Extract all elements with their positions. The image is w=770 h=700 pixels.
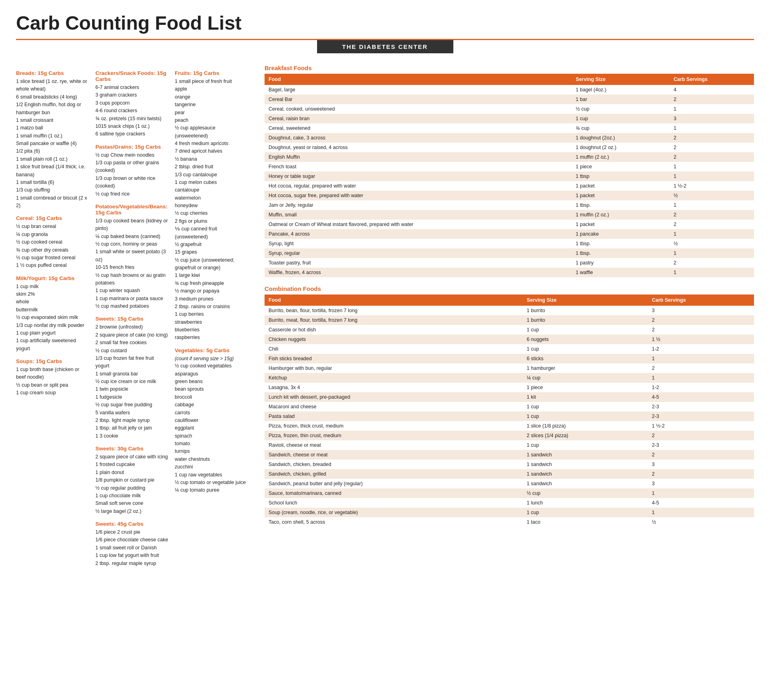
table-cell: 1-2 [648,344,754,354]
table-cell: ½ cup [523,488,648,498]
list-item: ½ cup sugar free pudding [95,401,169,409]
list-item: ½ cup bran cereal [16,223,90,230]
list-item: raspberries [175,334,249,341]
table-cell: 1 packet [572,181,669,191]
list-item: ½ cup Chow mein noodles [95,151,169,159]
list-item: 2 square piece of cake (no icing) [95,331,169,339]
list-item: 1 tbsp. all fruit jelly or jam [95,424,169,432]
col-food: Food [265,295,523,306]
table-cell: Syrup, regular [265,248,572,258]
subtitle-text: THE DIABETES CENTER [342,43,428,50]
table-cell: 2 [648,431,754,440]
table-cell: 1 packet [572,220,669,229]
list-item: peach [175,117,249,124]
table-cell: 1 ½-2 [648,421,754,431]
list-item: 1 frosted cupcake [95,461,169,468]
table-cell: 3 [669,114,754,123]
list-item: blueberries [175,326,249,334]
list-item: 1/3 cup frozen fat free fruit yogurt [95,355,169,370]
list-item: 1/6 piece chocolate cheese cake [95,536,169,544]
list-item: 3 medium prunes [175,295,249,303]
table-row: Soup (cream, noodle, rice, or vegetable)… [265,508,754,517]
table-cell: Toaster pastry, fruit [265,258,572,268]
table-row: Waffle, frozen, 4 across1 waffle1 [265,268,754,277]
table-cell: 1 tbsp. [572,200,669,210]
table-cell: 1 cup [523,440,648,450]
table-cell: 1 pancake [572,229,669,239]
table-cell: 1 burrito [523,315,648,325]
table-cell: Oatmeal or Cream of Wheat instant flavor… [265,220,572,229]
list-item: 1 plain donut [95,469,169,476]
list-item: 1 small croissant [16,117,90,124]
list-item: ½ mango or papaya [175,287,249,295]
table-row: Chicken nuggets6 nuggets1 ½ [265,335,754,344]
table-cell: Chili [265,344,523,354]
list-item: ¼ cup tomato puree [175,486,249,494]
list-item: carrots [175,409,249,417]
table-header-row: Food Serving Size Carb Servings [265,74,754,85]
list-item: 1 cup winter squash [95,287,169,295]
list-item: 1 slice bread (1 oz. rye, white or whole… [16,78,90,93]
list-item: ⅓ cup canned fruit (unsweetened) [175,225,249,241]
table-cell: 1 cup [523,412,648,421]
table-cell: 1 cup [523,402,648,412]
list-item: cabbage [175,401,249,409]
table-cell: 1 [669,229,754,239]
combination-table: Food Serving Size Carb Servings Burrito,… [265,295,754,527]
table-row: Sandwich, cheese or meat1 sandwich2 [265,450,754,460]
table-cell: 1 hamburger [523,363,648,373]
list-item: 1/8 pumpkin or custard pie [95,476,169,484]
table-cell: 1 tbsp [572,171,669,181]
list-item: ½ cup hash browns or au gratin potatoes [95,272,169,287]
table-cell: Jam or Jelly, regular [265,200,572,210]
table-row: Doughnut, cake, 3 across1 doughnut (2oz.… [265,133,754,143]
section-body-vegetables: (count if serving size > 15g) ½ cup cook… [175,355,249,494]
table-cell: 2 [648,315,754,325]
list-item: 1 fudgesicle [95,393,169,401]
table-row: Pancake, 4 across1 pancake1 [265,229,754,239]
table-row: Muffin, small1 muffin (2 oz.)2 [265,210,754,220]
list-item: 1 small granola bar [95,370,169,378]
col-food: Food [265,74,572,85]
section-title-vegetables: Vegetables: 5g Carbs [175,347,249,353]
table-cell: ½ [669,239,754,248]
table-cell: Pancake, 4 across [265,229,572,239]
breakfast-table-title: Breakfast Foods [265,65,754,71]
left-panel: Breads: 15g Carbs 1 slice bread (1 oz. r… [16,65,257,567]
list-item: 1 small tortilla (6) [16,179,90,186]
list-item: 1 ½ cups puffed cereal [16,262,90,269]
table-cell: 1 [648,508,754,517]
list-item: ½ cup custard [95,347,169,355]
table-cell: 2 [669,258,754,268]
list-item: 5 vanilla wafers [95,409,169,417]
table-row: Syrup, regular1 tbsp.1 [265,248,754,258]
list-item: 3 graham crackers [95,91,169,99]
table-cell: Cereal, cooked, unsweetened [265,104,572,114]
table-cell: Casserole or hot dish [265,325,523,335]
list-item: 2 tblsp. dried fruit [175,163,249,171]
table-cell: ¾ cup [572,123,669,133]
list-item: 1/3 cup cantaloupe [175,171,249,179]
section-title-potatoes: Potatoes/Vegetables/Beans: 15g Carbs [95,204,169,216]
list-item: 1 cup broth base (chicken or beef noodle… [16,366,90,381]
list-item: Small soft serve cone [95,500,169,507]
table-cell: 1 lunch [523,498,648,508]
table-cell: 2 [648,363,754,373]
list-item: Small pancake or waffle (4) [16,140,90,147]
list-item: 1/2 English muffin, hot dog or hamburger… [16,101,90,117]
list-item: ¼ cup granola [16,231,90,238]
table-cell: Soup (cream, noodle, rice, or vegetable) [265,508,523,517]
section-title-sweets45: Sweets: 45g Carbs [95,521,169,527]
list-item: ¾ oz. pretzels (15 mini twists) [95,115,169,123]
list-item: 1 cup cream soup [16,389,90,397]
table-row: Hot cocoa, sugar free, prepared with wat… [265,191,754,200]
table-row: French toast1 piece1 [265,162,754,171]
list-item: 1 cup marinara or pasta sauce [95,295,169,303]
list-item: 1 small muffin (1 oz.) [16,132,90,140]
list-item: 1/3 cup nonfat dry milk powder [16,322,90,329]
table-cell: 1 [669,123,754,133]
table-cell: 2 [648,450,754,460]
list-item: 1 matzo ball [16,124,90,132]
table-cell: 1 muffin (2 oz.) [572,210,669,220]
list-item: whole [16,298,90,306]
